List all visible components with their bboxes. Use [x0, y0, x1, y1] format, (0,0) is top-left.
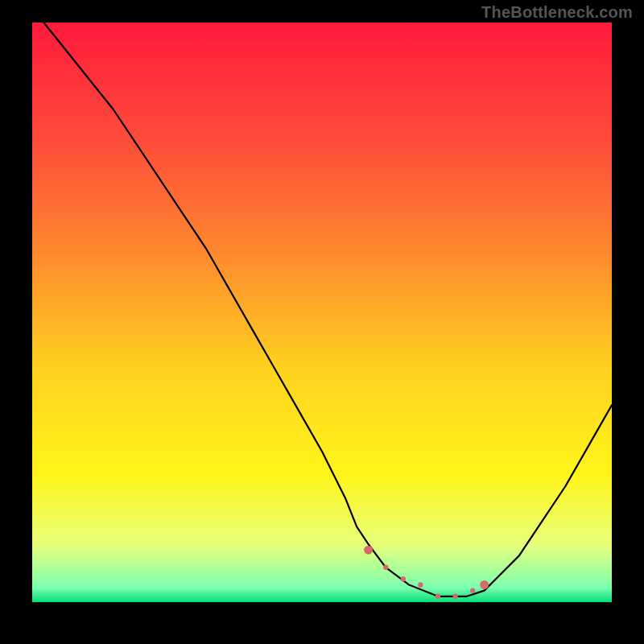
marker-point	[480, 580, 489, 589]
marker-point	[452, 594, 457, 599]
marker-point	[418, 582, 423, 587]
chart-svg	[32, 23, 612, 602]
marker-point	[364, 546, 373, 555]
marker-point	[470, 588, 475, 592]
chart-frame: TheBottleneck.com	[0, 0, 644, 644]
chart-plot	[32, 23, 612, 602]
marker-point	[436, 594, 440, 599]
marker-point	[383, 565, 388, 570]
marker-point	[401, 576, 406, 581]
watermark-text: TheBottleneck.com	[481, 3, 633, 22]
gradient-background	[32, 23, 612, 602]
